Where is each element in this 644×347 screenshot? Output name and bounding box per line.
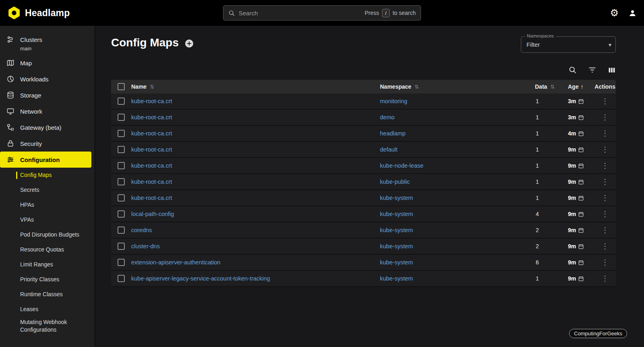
configmap-name-link[interactable]: local-path-config	[131, 211, 174, 217]
select-all-checkbox[interactable]	[118, 83, 125, 90]
configmap-name-link[interactable]: kube-root-ca.crt	[131, 162, 172, 169]
data-count: 2	[535, 227, 565, 233]
search-input[interactable]	[239, 10, 361, 17]
filter-icon[interactable]	[588, 66, 597, 74]
sidebar-item-limit-ranges[interactable]: Limit Ranges	[0, 257, 95, 272]
configmap-name-link[interactable]: kube-root-ca.crt	[131, 130, 172, 137]
age-value: 9m	[568, 179, 576, 185]
column-header-actions: Actions	[594, 83, 615, 90]
row-actions-menu-button[interactable]: ⋮	[599, 226, 611, 234]
row-actions-menu-button[interactable]: ⋮	[599, 130, 611, 137]
configmap-name-link[interactable]: coredns	[131, 227, 152, 233]
row-checkbox[interactable]	[118, 146, 125, 153]
row-checkbox[interactable]	[118, 178, 125, 185]
subnav-label: Priority Classes	[20, 276, 59, 283]
namespace-link[interactable]: kube-system	[380, 243, 413, 249]
column-header-namespace[interactable]: Namespace	[380, 83, 411, 90]
sidebar-item-storage[interactable]: Storage	[0, 87, 95, 103]
row-actions-menu-button[interactable]: ⋮	[599, 194, 611, 202]
namespace-link[interactable]: headlamp	[380, 130, 406, 137]
sort-ascending-icon[interactable]: ↑	[580, 83, 583, 90]
sidebar-item-config-maps[interactable]: Config Maps	[0, 168, 95, 183]
namespace-link[interactable]: kube-public	[380, 179, 410, 185]
column-header-age[interactable]: Age	[568, 83, 578, 90]
namespace-link[interactable]: kube-system	[380, 195, 413, 201]
sidebar-item-mutating-webhook-configurations[interactable]: Mutating Webhook Configurations	[0, 317, 95, 335]
sidebar-item-pod-disruption-budgets[interactable]: Pod Disruption Budgets	[0, 227, 95, 242]
configmap-name-link[interactable]: kube-root-ca.crt	[131, 114, 172, 121]
calendar-icon	[578, 211, 584, 217]
row-checkbox[interactable]	[118, 194, 125, 202]
row-checkbox[interactable]	[118, 226, 125, 234]
row-actions-menu-button[interactable]: ⋮	[599, 146, 611, 153]
row-checkbox[interactable]	[118, 210, 125, 218]
sort-icon[interactable]: ⇅	[415, 84, 419, 90]
table-row: kube-root-ca.crt kube-public 1 9m ⋮	[111, 174, 616, 190]
sidebar-item-leases[interactable]: Leases	[0, 302, 95, 317]
row-checkbox[interactable]	[118, 98, 125, 105]
namespace-link[interactable]: kube-system	[380, 275, 413, 282]
sidebar-item-secrets[interactable]: Secrets	[0, 183, 95, 197]
data-count: 2	[535, 243, 565, 249]
sidebar-item-runtime-classes[interactable]: Runtime Classes	[0, 287, 95, 302]
configmap-name-link[interactable]: kube-root-ca.crt	[131, 146, 172, 153]
column-header-name[interactable]: Name	[131, 83, 147, 90]
configmap-name-link[interactable]: kube-apiserver-legacy-service-account-to…	[131, 275, 270, 282]
row-actions-menu-button[interactable]: ⋮	[599, 114, 611, 121]
row-actions-menu-button[interactable]: ⋮	[599, 98, 611, 105]
sidebar-item-map[interactable]: Map	[0, 55, 95, 71]
configmap-name-link[interactable]: kube-root-ca.crt	[131, 98, 172, 104]
configmap-name-link[interactable]: kube-root-ca.crt	[131, 179, 172, 185]
row-checkbox[interactable]	[118, 275, 125, 282]
table-search-icon[interactable]	[568, 66, 577, 74]
create-configmap-button[interactable]	[184, 39, 194, 48]
subnav-label: Runtime Classes	[20, 291, 63, 298]
sidebar-item-clusters[interactable]: Clusters	[0, 31, 95, 48]
namespace-link[interactable]: kube-system	[380, 259, 413, 266]
namespace-link[interactable]: monitoring	[380, 98, 407, 104]
calendar-icon	[578, 243, 584, 249]
namespace-link[interactable]: kube-system	[380, 227, 413, 233]
calendar-icon	[578, 179, 584, 185]
sidebar-item-gateway[interactable]: Gateway (beta)	[0, 119, 95, 135]
configmap-name-link[interactable]: kube-root-ca.crt	[131, 195, 172, 201]
sidebar-item-priority-classes[interactable]: Priority Classes	[0, 272, 95, 287]
namespace-link[interactable]: kube-system	[380, 211, 413, 217]
headlamp-logo-home[interactable]: Headlamp	[7, 6, 70, 20]
row-checkbox[interactable]	[118, 162, 125, 169]
row-checkbox[interactable]	[118, 130, 125, 137]
namespace-link[interactable]: demo	[380, 114, 394, 121]
sidebar-item-workloads[interactable]: Workloads	[0, 71, 95, 87]
row-checkbox[interactable]	[118, 243, 125, 250]
account-user-icon[interactable]	[628, 9, 637, 17]
sidebar-item-vpas[interactable]: VPAs	[0, 212, 95, 227]
row-actions-menu-button[interactable]: ⋮	[599, 275, 611, 282]
configmap-name-link[interactable]: cluster-dns	[131, 243, 160, 249]
sidebar-item-configuration[interactable]: Configuration	[0, 152, 91, 168]
namespace-link[interactable]: kube-node-lease	[380, 162, 423, 169]
search-shortcut-hint: Press / to search	[365, 9, 416, 17]
sort-icon[interactable]: ⇅	[550, 84, 555, 90]
namespaces-filter-select[interactable]: Namespaces Filter ▾	[521, 36, 616, 53]
settings-gear-icon[interactable]: ⚙	[610, 8, 619, 18]
headlamp-logo-icon	[7, 6, 21, 20]
map-icon	[6, 59, 14, 67]
row-actions-menu-button[interactable]: ⋮	[599, 210, 611, 218]
row-checkbox[interactable]	[118, 114, 125, 121]
subnav-label: Mutating Webhook Configurations	[20, 318, 89, 334]
sidebar-item-network[interactable]: Network	[0, 103, 95, 119]
namespace-link[interactable]: default	[380, 146, 398, 153]
column-header-data[interactable]: Data	[535, 83, 547, 90]
row-actions-menu-button[interactable]: ⋮	[599, 178, 611, 185]
columns-icon[interactable]	[608, 66, 616, 74]
sidebar-item-hpas[interactable]: HPAs	[0, 197, 95, 212]
row-actions-menu-button[interactable]: ⋮	[599, 162, 611, 169]
row-checkbox[interactable]	[118, 259, 125, 266]
sidebar-item-resource-quotas[interactable]: Resource Quotas	[0, 242, 95, 257]
sidebar-item-security[interactable]: Security	[0, 135, 95, 152]
row-actions-menu-button[interactable]: ⋮	[599, 243, 611, 250]
sort-icon[interactable]: ⇅	[150, 84, 154, 90]
row-actions-menu-button[interactable]: ⋮	[599, 259, 611, 266]
sidebar-nav: Clusters main Map Workloads	[0, 26, 95, 347]
configmap-name-link[interactable]: extension-apiserver-authentication	[131, 259, 221, 266]
